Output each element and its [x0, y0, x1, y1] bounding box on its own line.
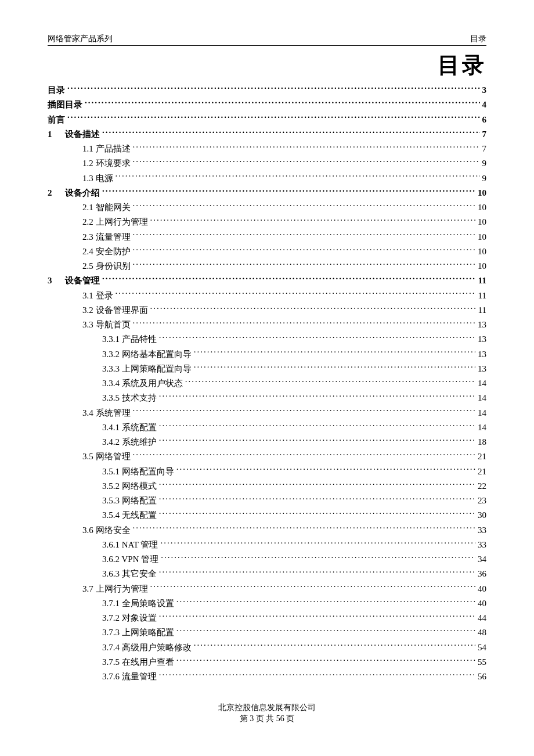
toc-page-number: 13 — [475, 348, 486, 361]
toc-label: 3.5.3 网络配置 — [65, 494, 159, 507]
toc-leader — [133, 157, 480, 166]
toc-label: 3.7.2 对象设置 — [65, 611, 159, 625]
page-title: 目录 — [48, 51, 486, 80]
toc-label: 3.1 登录 — [65, 289, 116, 303]
toc-page-number: 56 — [475, 670, 486, 683]
toc-entry: 3.7.1 全局策略设置40 — [48, 597, 486, 610]
toc-leader — [150, 583, 476, 592]
toc-leader — [161, 553, 475, 562]
toc-leader — [67, 114, 480, 123]
toc-entry: 3设备管理11 — [48, 274, 486, 287]
toc-page-number: 3 — [480, 84, 487, 97]
toc-entry: 3.3.1 产品特性13 — [48, 333, 486, 346]
toc-entry: 2.1 智能网关10 — [48, 201, 486, 214]
toc-leader — [133, 319, 476, 327]
toc-leader — [133, 407, 476, 416]
toc-label: 3.6.3 其它安全 — [65, 567, 159, 581]
toc-leader — [176, 656, 475, 665]
toc-page-number: 4 — [480, 98, 487, 111]
toc-page-number: 21 — [475, 450, 486, 463]
toc-label: 3.6 网络安全 — [65, 524, 133, 537]
toc-leader — [159, 436, 475, 445]
toc-page-number: 30 — [475, 509, 486, 522]
toc-entry: 目录3 — [48, 84, 486, 97]
toc-entry: 3.3 导航首页13 — [48, 318, 486, 332]
toc-page-number: 10 — [475, 231, 486, 244]
toc-page-number: 14 — [475, 391, 486, 405]
toc-leader — [133, 246, 476, 254]
page-header: 网络管家产品系列 目录 — [48, 34, 486, 46]
toc-page-number: 10 — [475, 186, 486, 200]
toc-label: 3.4.2 系统维护 — [65, 435, 159, 449]
toc-page-number: 55 — [475, 656, 486, 669]
toc-leader — [159, 480, 475, 489]
header-right: 目录 — [470, 34, 486, 44]
toc-label: 3.3 导航首页 — [65, 318, 133, 332]
toc-page-number: 44 — [475, 611, 486, 625]
toc-page-number: 33 — [475, 524, 486, 537]
toc-page-number: 40 — [475, 582, 486, 596]
toc-entry: 3.5 网络管理21 — [48, 450, 486, 463]
toc-leader — [133, 201, 476, 210]
toc-label: 插图目录 — [48, 98, 85, 111]
toc-entry: 插图目录4 — [48, 98, 486, 111]
toc-page-number: 11 — [476, 304, 486, 317]
toc-label: 3.5.1 网络配置向导 — [65, 465, 176, 478]
toc-page-number: 10 — [475, 245, 486, 258]
toc-page-number: 13 — [475, 362, 486, 376]
toc-leader — [194, 363, 475, 372]
toc-page-number: 7 — [480, 128, 487, 141]
toc-label: 设备介绍 — [65, 186, 102, 200]
pagination-total: 56 — [276, 714, 284, 723]
toc-label: 1.3 电源 — [65, 172, 116, 185]
toc-leader — [159, 612, 475, 621]
toc-label: 1.2 环境要求 — [65, 157, 133, 170]
footer-company: 北京控股信息发展有限公司 — [0, 702, 534, 714]
toc-entry: 2.2 上网行为管理10 — [48, 215, 486, 229]
toc-page-number: 33 — [475, 538, 486, 552]
toc-entry: 2设备介绍10 — [48, 186, 486, 200]
pagination-suffix: 页 — [284, 714, 295, 723]
toc-entry: 2.4 安全防护10 — [48, 245, 486, 258]
toc-entry: 3.7.4 高级用户策略修改54 — [48, 641, 486, 654]
toc-label: 3.3.3 上网策略配置向导 — [65, 362, 194, 376]
toc-entry: 3.3.3 上网策略配置向导13 — [48, 362, 486, 376]
toc-chapter-number: 3 — [48, 274, 65, 287]
toc-label: 2.5 身份识别 — [65, 260, 133, 273]
toc-label: 3.3.2 网络基本配置向导 — [65, 348, 194, 361]
toc-label: 3.2 设备管理界面 — [65, 304, 150, 317]
toc-label: 3.4 系统管理 — [65, 406, 133, 420]
toc-entry: 3.5.3 网络配置23 — [48, 494, 486, 507]
toc-entry: 2.3 流量管理10 — [48, 231, 486, 244]
pagination-prefix: 第 — [240, 714, 250, 723]
toc-entry: 3.5.4 无线配置30 — [48, 509, 486, 522]
toc-entry: 3.3.2 网络基本配置向导13 — [48, 348, 486, 361]
toc-leader — [159, 671, 475, 679]
footer-pagination: 第 3 页 共 56 页 — [0, 713, 534, 725]
toc-label: 3.3.4 系统及用户状态 — [65, 377, 185, 390]
toc-label: 3.7 上网行为管理 — [65, 582, 150, 596]
toc-leader — [176, 597, 475, 606]
toc-page-number: 21 — [475, 465, 486, 478]
toc-entry: 3.7.5 在线用户查看55 — [48, 656, 486, 669]
toc-leader — [150, 304, 476, 313]
toc-page-number: 14 — [475, 421, 486, 434]
toc-page-number: 36 — [475, 567, 486, 581]
toc-leader — [159, 568, 475, 577]
toc-leader — [159, 422, 475, 430]
toc-page-number: 48 — [475, 626, 486, 639]
toc-label: 3.7.5 在线用户查看 — [65, 656, 176, 669]
toc-chapter-number: 1 — [48, 128, 65, 141]
pagination-mid: 页 共 — [254, 714, 276, 723]
toc-entry: 3.6.1 NAT 管理33 — [48, 538, 486, 552]
toc-entry: 3.3.5 技术支持14 — [48, 391, 486, 405]
toc-label: 2.4 安全防护 — [65, 245, 133, 258]
toc-leader — [102, 128, 480, 137]
toc-page-number: 34 — [475, 553, 486, 566]
toc-entry: 前言6 — [48, 113, 486, 127]
toc-page-number: 14 — [475, 406, 486, 420]
toc-entry: 2.5 身份识别10 — [48, 260, 486, 273]
toc-label: 3.5 网络管理 — [65, 450, 133, 463]
toc-leader — [116, 290, 476, 298]
toc-label: 3.7.4 高级用户策略修改 — [65, 641, 194, 654]
